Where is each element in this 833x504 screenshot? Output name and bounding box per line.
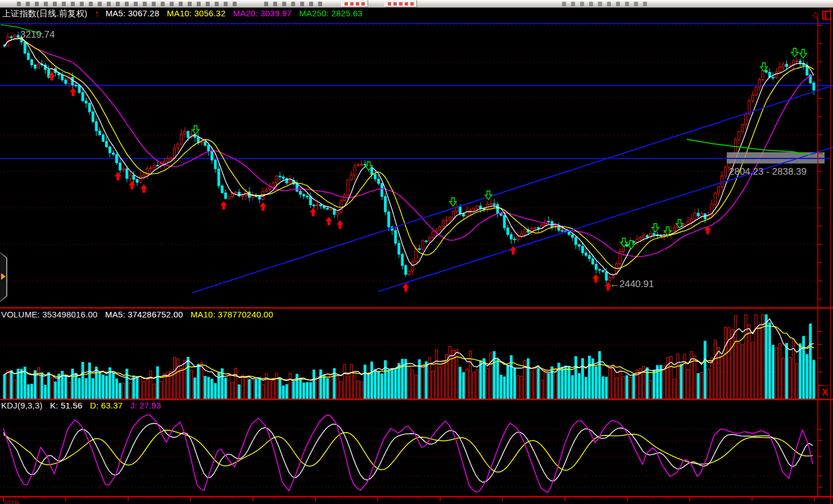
gap-range-label: 2804.23 - 2838.39 — [729, 166, 807, 178]
diamond-icon[interactable]: ◇ — [812, 10, 819, 20]
ma250-value: MA250: 2825.63 — [299, 8, 363, 18]
volume-ma5-value: MA5: 374286752.00 — [105, 310, 183, 319]
trading-app-window: 上证指数(日线.前复权)↑ MA5: 3067.28 MA10: 3056.32… — [0, 0, 833, 504]
volume-value: VOLUME: 353498016.00 — [1, 310, 98, 319]
volume-ma10-value: MA10: 378770240.00 — [191, 310, 273, 319]
up-trend-icon: ↑ — [95, 8, 99, 19]
kdj-header: KDJ(9,3,3) K: 51.56 D: 63.37 J: 27.93 — [1, 401, 166, 410]
volume-header: VOLUME: 353498016.00 MA5: 374286752.00 M… — [1, 310, 278, 319]
ma10-value: MA10: 3056.32 — [167, 8, 225, 18]
sidebar-expander-handle[interactable] — [0, 252, 7, 302]
chart-header: 上证指数(日线.前复权)↑ MA5: 3067.28 MA10: 3056.32… — [2, 8, 368, 19]
close-icon[interactable]: X — [818, 385, 831, 399]
low-price-label: ←2440.91 — [610, 279, 654, 290]
kdj-d-value: D: 63.37 — [90, 401, 123, 410]
expand-arrow-icon — [1, 273, 6, 280]
kdj-j-value: J: 27.93 — [130, 401, 161, 410]
window-split-icon[interactable] — [822, 11, 831, 20]
kdj-title: KDJ(9,3,3) — [1, 401, 43, 410]
symbol-title: 上证指数(日线.前复权) — [2, 8, 88, 19]
x-axis-date-clipped: 2019 — [2, 499, 19, 504]
chart-canvas[interactable] — [0, 0, 833, 504]
peak-price-label: 3219.74 — [20, 29, 55, 40]
ma20-value: MA20: 3039.97 — [233, 8, 292, 18]
kdj-k-value: K: 51.56 — [50, 401, 82, 410]
ma5-value: MA5: 3067.28 — [106, 8, 160, 18]
